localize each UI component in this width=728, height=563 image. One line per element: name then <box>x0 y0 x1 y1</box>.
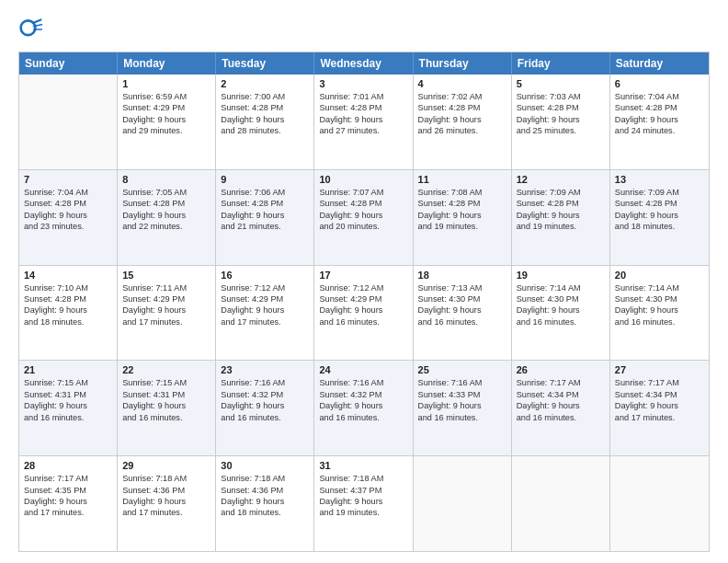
page-header <box>18 17 710 42</box>
sunrise-text: Sunrise: 7:17 AM <box>615 377 704 388</box>
sunrise-text: Sunrise: 7:03 AM <box>517 91 605 102</box>
sunrise-text: Sunrise: 7:06 AM <box>221 187 309 198</box>
logo-icon <box>18 17 44 42</box>
daylight-line2: and 17 minutes. <box>122 507 210 518</box>
empty-cell <box>19 75 118 169</box>
sunrise-text: Sunrise: 7:09 AM <box>615 187 704 198</box>
daylight-line1: Daylight: 9 hours <box>615 304 704 316</box>
sunset-text: Sunset: 4:28 PM <box>319 198 407 209</box>
daylight-line2: and 20 minutes. <box>319 221 407 232</box>
day-number: 3 <box>319 78 407 89</box>
sunrise-text: Sunrise: 7:01 AM <box>319 91 407 102</box>
daylight-line1: Daylight: 9 hours <box>517 114 605 125</box>
sunrise-text: Sunrise: 7:18 AM <box>221 473 309 484</box>
svg-line-1 <box>33 20 41 24</box>
calendar-week-0: 1Sunrise: 6:59 AMSunset: 4:29 PMDaylight… <box>19 75 709 169</box>
day-number: 28 <box>24 460 112 471</box>
day-cell-19: 19Sunrise: 7:14 AMSunset: 4:30 PMDayligh… <box>512 266 610 361</box>
daylight-line2: and 17 minutes. <box>24 507 112 518</box>
daylight-line1: Daylight: 9 hours <box>24 496 112 507</box>
daylight-line1: Daylight: 9 hours <box>418 210 506 221</box>
header-cell-saturday: Saturday <box>610 52 709 75</box>
sunset-text: Sunset: 4:34 PM <box>517 389 605 400</box>
sunrise-text: Sunrise: 7:16 AM <box>221 377 309 388</box>
sunset-text: Sunset: 4:37 PM <box>319 485 407 496</box>
sunrise-text: Sunrise: 6:59 AM <box>122 91 210 102</box>
daylight-line1: Daylight: 9 hours <box>122 114 210 125</box>
day-cell-29: 29Sunrise: 7:18 AMSunset: 4:36 PMDayligh… <box>118 456 216 551</box>
sunrise-text: Sunrise: 7:05 AM <box>122 187 210 198</box>
day-number: 18 <box>418 270 506 281</box>
day-number: 29 <box>122 460 210 471</box>
daylight-line2: and 16 minutes. <box>24 412 112 423</box>
sunrise-text: Sunrise: 7:15 AM <box>122 377 210 388</box>
daylight-line1: Daylight: 9 hours <box>517 304 605 316</box>
calendar-week-2: 14Sunrise: 7:10 AMSunset: 4:28 PMDayligh… <box>19 265 709 361</box>
daylight-line1: Daylight: 9 hours <box>418 304 506 316</box>
day-cell-4: 4Sunrise: 7:02 AMSunset: 4:28 PMDaylight… <box>414 75 512 169</box>
daylight-line1: Daylight: 9 hours <box>122 210 210 221</box>
daylight-line1: Daylight: 9 hours <box>517 400 605 411</box>
day-number: 4 <box>418 78 506 89</box>
calendar-week-4: 28Sunrise: 7:17 AMSunset: 4:35 PMDayligh… <box>19 455 709 551</box>
daylight-line1: Daylight: 9 hours <box>418 400 506 411</box>
day-number: 31 <box>319 460 407 471</box>
sunset-text: Sunset: 4:36 PM <box>221 485 309 496</box>
daylight-line1: Daylight: 9 hours <box>319 304 407 316</box>
sunrise-text: Sunrise: 7:00 AM <box>221 91 309 102</box>
day-cell-27: 27Sunrise: 7:17 AMSunset: 4:34 PMDayligh… <box>610 361 709 455</box>
sunset-text: Sunset: 4:32 PM <box>221 389 309 400</box>
daylight-line2: and 18 minutes. <box>24 316 112 327</box>
day-cell-30: 30Sunrise: 7:18 AMSunset: 4:36 PMDayligh… <box>216 456 314 551</box>
daylight-line1: Daylight: 9 hours <box>319 400 407 411</box>
day-number: 12 <box>517 174 605 185</box>
empty-cell <box>512 456 610 551</box>
sunrise-text: Sunrise: 7:18 AM <box>319 473 407 484</box>
day-number: 17 <box>319 270 407 281</box>
sunrise-text: Sunrise: 7:04 AM <box>615 91 704 102</box>
header-cell-sunday: Sunday <box>19 52 118 75</box>
day-number: 27 <box>615 364 704 375</box>
daylight-line1: Daylight: 9 hours <box>517 210 605 221</box>
daylight-line1: Daylight: 9 hours <box>24 210 112 221</box>
day-cell-1: 1Sunrise: 6:59 AMSunset: 4:29 PMDaylight… <box>118 75 216 169</box>
day-cell-21: 21Sunrise: 7:15 AMSunset: 4:31 PMDayligh… <box>19 361 118 455</box>
header-cell-tuesday: Tuesday <box>216 52 314 75</box>
day-cell-26: 26Sunrise: 7:17 AMSunset: 4:34 PMDayligh… <box>512 361 610 455</box>
sunset-text: Sunset: 4:28 PM <box>517 198 605 209</box>
sunset-text: Sunset: 4:29 PM <box>122 102 210 113</box>
sunrise-text: Sunrise: 7:17 AM <box>517 377 605 388</box>
day-cell-7: 7Sunrise: 7:04 AMSunset: 4:28 PMDaylight… <box>19 170 118 265</box>
sunrise-text: Sunrise: 7:14 AM <box>517 282 605 293</box>
sunrise-text: Sunrise: 7:08 AM <box>418 187 506 198</box>
sunset-text: Sunset: 4:28 PM <box>615 198 704 209</box>
calendar-page: SundayMondayTuesdayWednesdayThursdayFrid… <box>0 0 728 563</box>
day-number: 10 <box>319 174 407 185</box>
sunset-text: Sunset: 4:28 PM <box>122 198 210 209</box>
daylight-line1: Daylight: 9 hours <box>615 400 704 411</box>
day-number: 2 <box>221 78 309 89</box>
sunset-text: Sunset: 4:28 PM <box>615 102 704 113</box>
daylight-line2: and 23 minutes. <box>24 221 112 232</box>
day-cell-5: 5Sunrise: 7:03 AMSunset: 4:28 PMDaylight… <box>512 75 610 169</box>
day-number: 7 <box>24 174 112 185</box>
sunrise-text: Sunrise: 7:12 AM <box>319 282 407 293</box>
day-cell-13: 13Sunrise: 7:09 AMSunset: 4:28 PMDayligh… <box>610 170 709 265</box>
sunrise-text: Sunrise: 7:02 AM <box>418 91 506 102</box>
sunrise-text: Sunrise: 7:18 AM <box>122 473 210 484</box>
calendar: SundayMondayTuesdayWednesdayThursdayFrid… <box>18 52 710 552</box>
day-number: 5 <box>517 78 605 89</box>
sunrise-text: Sunrise: 7:16 AM <box>319 377 407 388</box>
daylight-line2: and 16 minutes. <box>221 412 309 423</box>
daylight-line1: Daylight: 9 hours <box>24 400 112 411</box>
day-number: 30 <box>221 460 309 471</box>
day-number: 23 <box>221 364 309 375</box>
daylight-line2: and 19 minutes. <box>319 507 407 518</box>
empty-cell <box>610 456 709 551</box>
daylight-line1: Daylight: 9 hours <box>221 400 309 411</box>
daylight-line2: and 24 minutes. <box>615 125 704 136</box>
daylight-line1: Daylight: 9 hours <box>319 496 407 507</box>
daylight-line1: Daylight: 9 hours <box>615 210 704 221</box>
day-cell-17: 17Sunrise: 7:12 AMSunset: 4:29 PMDayligh… <box>314 266 413 361</box>
sunset-text: Sunset: 4:28 PM <box>418 198 506 209</box>
